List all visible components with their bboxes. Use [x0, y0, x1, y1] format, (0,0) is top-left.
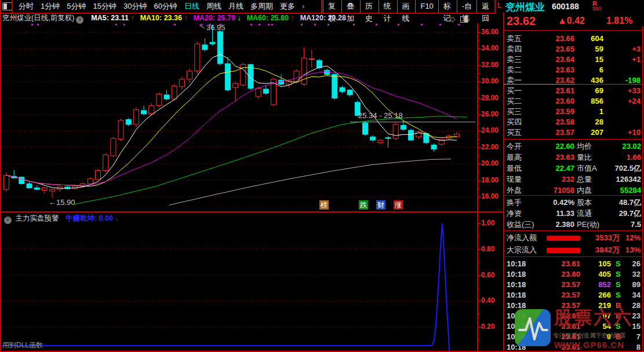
menu-item-6[interactable]: 日线: [181, 0, 203, 13]
stat-row-a1: 最高23.63量比1.66: [504, 152, 643, 163]
flow-row-1: 大宗流入3842万13%: [504, 244, 643, 256]
more-chevron-icon[interactable]: ›: [299, 0, 308, 13]
toolbar-button-5[interactable]: F10: [415, 0, 438, 13]
stat-value: 7.5: [591, 219, 641, 230]
stat-row-a0: 今开22.60均价23.02: [504, 141, 643, 152]
badge-财[interactable]: 财: [376, 200, 385, 210]
toolbar-button-1[interactable]: 叠加: [341, 0, 360, 13]
candle-51: [393, 124, 398, 138]
stat-label: 最高: [507, 152, 522, 163]
divider: [504, 195, 643, 196]
toolbar-button-8[interactable]: 返回: [476, 0, 496, 13]
book-divider-blue: [575, 84, 643, 85]
candle-15: [118, 120, 123, 140]
book-row-ask-1: 卖四23.6559+3: [504, 44, 643, 54]
footer-note: 用到DLL函数: [2, 340, 43, 350]
trade-time: 10:18: [507, 290, 526, 300]
candlestick-chart[interactable]: 36.95←15.9025.34 - 25.18: [0, 23, 477, 212]
book-delta: +10: [606, 127, 641, 138]
book-volume: 1: [569, 107, 603, 117]
candle-49: [378, 140, 383, 142]
candle-24: [187, 71, 192, 79]
low-label: ←15.90: [49, 198, 75, 207]
stat-value: 1.66: [591, 152, 641, 163]
diamond-icon[interactable]: ◇: [450, 15, 455, 23]
stat-row-a3: 现量232总量126342: [504, 174, 643, 185]
toolbar-button-3[interactable]: 统计: [379, 0, 397, 13]
badge-跌[interactable]: 跌: [359, 200, 368, 210]
watermark: 股票六六 专注股票创造属于您的财富 WWW.GP66.CN: [514, 305, 644, 351]
axis-label-24.00: 24.00: [481, 126, 499, 134]
toolbar-button-0[interactable]: 复权: [323, 0, 341, 13]
flow-value: 3842万: [584, 244, 620, 256]
menu-item-9[interactable]: 多周期: [247, 0, 276, 13]
toolbar-button-6[interactable]: 标记: [438, 0, 457, 13]
flow-bar: [547, 236, 580, 241]
axis-label-20.00: 20.00: [481, 159, 499, 167]
candle-48: [370, 137, 376, 140]
ma-value-3: MA60: 25.80 ↑: [247, 14, 294, 22]
book-row-ask-2: 卖三23.6415+1: [504, 54, 643, 65]
stat-value: 126342: [591, 174, 641, 185]
axis-label-32.00: 32.00: [481, 61, 499, 69]
stat-value: 22.47: [521, 163, 574, 174]
trade-row-0: 10:1823.61105S26: [504, 259, 643, 269]
trade-time: 10:18: [507, 269, 526, 280]
flow-label: 大宗流入: [507, 244, 537, 256]
menu-item-7[interactable]: 周线: [203, 0, 225, 13]
toolbar-button-7[interactable]: -自选: [457, 0, 476, 13]
stat-row-a4: 外盘71058内盘55284: [504, 185, 643, 196]
menu-item-2[interactable]: 5分钟: [63, 0, 89, 13]
axis-label-28.00: 28.00: [481, 94, 499, 102]
flow-bar: [547, 248, 580, 253]
menu-item-0[interactable]: 分时: [15, 0, 37, 13]
candle-2: [19, 177, 24, 184]
candle-19: [149, 105, 154, 113]
panel-layout-icon[interactable]: [460, 16, 468, 23]
axis-line: [477, 23, 478, 351]
app-window: 分时1分钟5分钟15分钟30分钟60分钟日线周线月线多周期更多› 复权叠加历史统…: [0, 0, 644, 352]
ma20-line: [6, 72, 457, 185]
menu-item-4[interactable]: 30分钟: [120, 0, 150, 13]
menu-item-1[interactable]: 1分钟: [37, 0, 63, 13]
badge-榜[interactable]: 榜: [319, 200, 329, 210]
candle-17: [133, 109, 139, 124]
stat-value: 0.42%: [521, 197, 574, 208]
candle-45: [347, 90, 352, 95]
stat-label: 净资: [507, 208, 522, 219]
stat-value: 55284: [591, 185, 641, 196]
menu-item-5[interactable]: 60分钟: [150, 0, 180, 13]
menu-item-3[interactable]: 15分钟: [89, 0, 119, 13]
book-label: 买二: [507, 96, 522, 107]
candle-5: [42, 188, 47, 190]
book-row-bid-4: 买五23.57207+10: [504, 127, 643, 138]
stat-value: 48.7亿: [591, 197, 641, 208]
toolbar-button-2[interactable]: 历史: [360, 0, 379, 13]
stat-row-b0: 换手0.42%股本48.7亿: [504, 197, 643, 208]
axis-label-34.00: 34.00: [481, 44, 499, 52]
axis-label-16.00: 16.00: [481, 192, 499, 200]
book-volume: 604: [569, 34, 603, 44]
book-label: 买四: [507, 117, 522, 127]
period-menu: 分时1分钟5分钟15分钟30分钟60分钟日线周线月线多周期更多›: [15, 0, 308, 13]
ma60-line: [74, 116, 467, 204]
stat-value: 232: [521, 174, 574, 185]
menu-item-10[interactable]: 更多: [276, 0, 299, 13]
indicator-chart[interactable]: [0, 212, 477, 351]
menu-item-8[interactable]: 月线: [225, 0, 247, 13]
price-change: ▲0.42: [558, 16, 585, 26]
stat-value: 71058: [521, 185, 574, 196]
toolbar-button-4[interactable]: 画线: [397, 0, 416, 13]
ma-arrow-icon: ↑: [129, 14, 134, 22]
r-flag-sub: 500: [592, 6, 601, 12]
chart-header: 兖州煤业(日线,前复权)˅MA5: 23.11 ↑MA10: 23.36 ↑MA…: [2, 13, 352, 23]
window-icon[interactable]: [2, 2, 12, 10]
high-label: 36.95: [206, 23, 225, 32]
badge-涨[interactable]: 涨: [394, 200, 403, 210]
flow-label: 净流入额: [507, 232, 537, 244]
candle-39: [301, 58, 307, 84]
candle-22: [172, 86, 177, 99]
stat-label: 现量: [507, 174, 522, 185]
ma5-line: [6, 54, 457, 188]
book-volume: 59: [569, 44, 603, 54]
